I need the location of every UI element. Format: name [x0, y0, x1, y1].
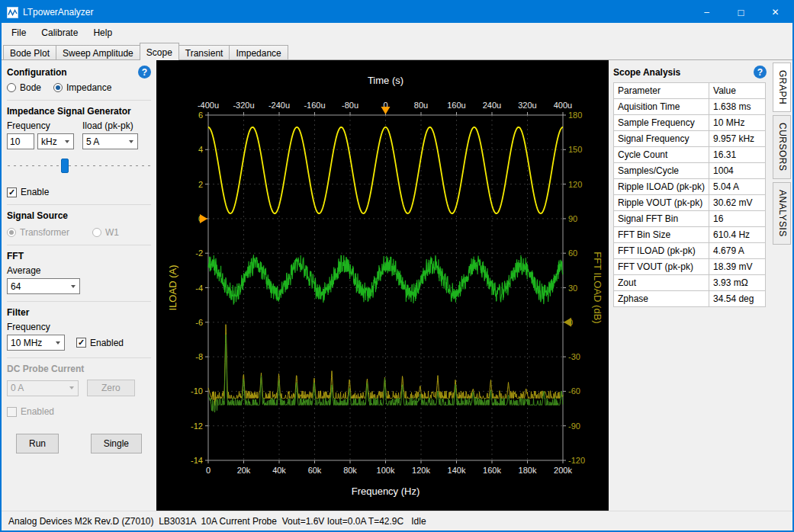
- app-icon: [7, 7, 18, 18]
- svg-text:-120: -120: [568, 456, 585, 465]
- value-cell: 10 MHz: [709, 115, 766, 131]
- svg-text:4: 4: [198, 145, 203, 154]
- menu-calibrate[interactable]: Calibrate: [34, 23, 85, 43]
- value-cell: 18.39 mV: [709, 259, 766, 275]
- analysis-row: Samples/Cycle1004: [614, 163, 766, 179]
- fft-average-combo[interactable]: 64: [7, 278, 80, 294]
- analysis-help-icon[interactable]: ?: [754, 66, 767, 79]
- iload-zero-marker[interactable]: [200, 214, 207, 223]
- svg-text:100k: 100k: [377, 466, 395, 475]
- analysis-row: Ripple VOUT (pk-pk)30.62 mV: [614, 195, 766, 211]
- dc-probe-enabled-label: Enabled: [21, 406, 54, 417]
- svg-text:180k: 180k: [519, 466, 537, 475]
- parameter-cell: Ripple ILOAD (pk-pk): [614, 179, 709, 195]
- dc-probe-current-value: 0 A: [11, 383, 24, 393]
- tab-graph[interactable]: GRAPH: [773, 62, 791, 112]
- transformer-radio: Transformer: [7, 227, 69, 238]
- svg-text:160k: 160k: [483, 466, 501, 475]
- divider: [7, 245, 151, 245]
- svg-text:140k: 140k: [448, 466, 466, 475]
- tab-sweep-amplitude[interactable]: Sweep Amplitude: [56, 45, 140, 60]
- enable-checkbox[interactable]: Enable: [7, 187, 151, 197]
- analysis-header-row: Parameter Value: [614, 83, 766, 99]
- tab-analysis[interactable]: ANALYSIS: [773, 182, 791, 245]
- w1-radio-circle: [92, 228, 101, 237]
- iload-combo[interactable]: 5 A: [82, 133, 138, 149]
- svg-text:-240u: -240u: [268, 101, 290, 110]
- fft-average-label: Average: [7, 265, 151, 276]
- run-button[interactable]: Run: [16, 434, 59, 453]
- window-title: LTpowerAnalyzer: [23, 7, 93, 18]
- chevron-down-icon: [56, 341, 60, 345]
- parameter-cell: Zphase: [614, 291, 709, 307]
- svg-text:-2: -2: [195, 248, 203, 258]
- fft-title: FFT: [7, 251, 151, 261]
- value-column-header: Value: [709, 83, 766, 99]
- svg-text:-4: -4: [195, 284, 203, 293]
- slider-thumb[interactable]: [61, 159, 69, 173]
- configuration-title: Configuration: [7, 67, 67, 78]
- tab-cursors[interactable]: CURSORS: [773, 115, 791, 179]
- divider: [7, 301, 151, 302]
- parameter-cell: Signal Frequency: [614, 131, 709, 147]
- svg-text:-12: -12: [191, 421, 203, 431]
- minimize-icon[interactable]: –: [690, 2, 724, 23]
- iload-axis-label: ILOAD (A): [167, 265, 178, 311]
- app-window: LTpowerAnalyzer – □ ✕ File Calibrate Hel…: [0, 0, 794, 532]
- svg-text:80u: 80u: [414, 101, 428, 110]
- divider: [7, 357, 151, 358]
- svg-text:400u: 400u: [554, 101, 572, 110]
- value-cell: 3.93 mΩ: [709, 275, 766, 291]
- scope-plot-area[interactable]: -400u06180-320u20k4150-240u40k2120-160u6…: [156, 60, 609, 511]
- parameter-cell: Cycle Count: [614, 147, 709, 163]
- dc-probe-enabled-box: [7, 407, 17, 417]
- dc-probe-current-combo: 0 A: [7, 380, 79, 396]
- parameter-cell: FFT VOUT (pk-pk): [614, 259, 709, 275]
- dc-probe-enabled-checkbox: Enabled: [7, 406, 151, 417]
- scope-chart[interactable]: -400u06180-320u20k4150-240u40k2120-160u6…: [156, 60, 609, 511]
- filter-enabled-checkbox[interactable]: Enabled: [76, 338, 124, 348]
- time-zero-marker[interactable]: [381, 107, 391, 114]
- filter-frequency-combo[interactable]: 10 MHz: [7, 335, 65, 351]
- tab-impedance[interactable]: Impedance: [229, 45, 288, 60]
- value-cell: 5.04 A: [709, 179, 766, 195]
- impedance-radio-label: Impedance: [66, 82, 111, 93]
- svg-text:320u: 320u: [518, 101, 536, 110]
- frequency-slider[interactable]: [8, 157, 150, 175]
- w1-radio-label: W1: [105, 227, 119, 238]
- menu-help[interactable]: Help: [85, 23, 120, 43]
- fft-zero-marker[interactable]: [564, 318, 571, 327]
- impedance-radio[interactable]: Impedance: [53, 82, 111, 93]
- frequency-input[interactable]: [7, 133, 34, 149]
- help-icon[interactable]: ?: [138, 66, 151, 79]
- svg-text:-8: -8: [195, 352, 203, 361]
- maximize-icon[interactable]: □: [724, 2, 758, 23]
- analysis-row: Aquisition Time1.638 ms: [614, 99, 766, 115]
- analysis-row: Zphase34.54 deg: [614, 291, 766, 307]
- bode-radio[interactable]: Bode: [7, 82, 41, 93]
- chevron-down-icon: [65, 140, 69, 143]
- svg-text:2: 2: [198, 180, 203, 189]
- title-bar[interactable]: LTpowerAnalyzer – □ ✕: [2, 2, 792, 23]
- svg-text:-14: -14: [191, 456, 203, 465]
- impedance-radio-circle: [53, 83, 63, 92]
- generator-title: Impedance Signal Generator: [7, 106, 151, 117]
- close-icon[interactable]: ✕: [758, 2, 792, 23]
- frequency-unit-value: kHz: [41, 136, 57, 147]
- svg-text:60k: 60k: [308, 466, 322, 475]
- tab-bode-plot[interactable]: Bode Plot: [3, 45, 56, 60]
- single-button[interactable]: Single: [91, 434, 142, 453]
- menu-file[interactable]: File: [4, 23, 34, 43]
- zero-button: Zero: [87, 380, 135, 396]
- bode-radio-circle: [7, 83, 16, 92]
- svg-text:150: 150: [568, 145, 582, 154]
- status-bar: Analog Devices M2k Rev.D (Z7010) LB3031A…: [2, 511, 792, 530]
- svg-text:0: 0: [206, 466, 211, 475]
- analysis-row: Signal FFT Bin16: [614, 211, 766, 227]
- tab-transient[interactable]: Transient: [178, 45, 230, 60]
- time-axis-label: Time (s): [368, 75, 403, 86]
- scope-analysis-panel: Scope Analysis ? Parameter Value Aquisit…: [609, 60, 771, 511]
- frequency-unit-combo[interactable]: kHz: [37, 133, 74, 149]
- tab-scope[interactable]: Scope: [140, 43, 179, 60]
- analysis-table: Parameter Value Aquisition Time1.638 msS…: [613, 82, 766, 307]
